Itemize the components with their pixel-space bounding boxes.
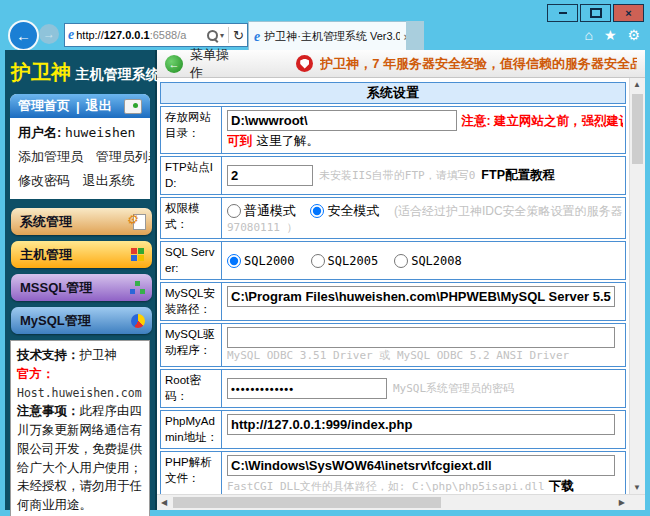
page-back-button[interactable]: ← bbox=[165, 55, 183, 73]
exit-system-link[interactable]: 退出系统 bbox=[83, 173, 135, 188]
field-label: 权限模式： bbox=[161, 198, 222, 238]
change-password-link[interactable]: 修改密码 bbox=[18, 173, 70, 188]
php-file-input[interactable] bbox=[227, 455, 615, 476]
ftp-tutorial-link[interactable]: FTP配置教程 bbox=[481, 167, 555, 184]
maximize-icon bbox=[590, 8, 602, 18]
sidebar-item-mssql[interactable]: MSSQL管理 bbox=[11, 274, 152, 301]
url-text[interactable]: http://127.0.0.1:6588/a bbox=[76, 29, 205, 41]
web-dir-warning: 注意: 建立网站之前，强烈建议您做好 bbox=[461, 114, 623, 128]
scroll-up-icon[interactable]: ▲ bbox=[633, 80, 641, 89]
sql2008-radio[interactable] bbox=[394, 254, 408, 268]
learn-more-link[interactable]: 这里了解。 bbox=[256, 134, 319, 148]
download-link[interactable]: 下载 bbox=[549, 479, 574, 493]
home-icon[interactable]: ⌂ bbox=[584, 27, 592, 43]
scroll-right-icon[interactable]: ▶ bbox=[619, 498, 625, 507]
notice-text: 此程序由四川万象更新网络通信有限公司开发，免费提供给广大个人用户使用；未经授权，… bbox=[17, 404, 142, 512]
safe-mode-radio[interactable] bbox=[310, 204, 324, 218]
ftp-id-input[interactable] bbox=[227, 165, 313, 186]
field-label: SQL Server: bbox=[161, 242, 222, 279]
form-row-mysql-path: MySQL安装路径： bbox=[160, 282, 626, 321]
refresh-icon[interactable]: ↻ bbox=[233, 28, 244, 43]
settings-gear-icon[interactable]: ⚙ bbox=[627, 27, 640, 43]
settings-form: 系统设置 存放网站目录： 注意: 建立网站之前，强烈建议您做好 可到 这里了解。… bbox=[157, 78, 629, 494]
username-value: huweishen bbox=[65, 125, 135, 140]
radio-label: 普通模式 bbox=[244, 203, 296, 218]
vertical-scrollbar[interactable]: ▲ ▼ bbox=[629, 78, 645, 494]
menu-operations-label[interactable]: 菜单操作 bbox=[190, 46, 237, 82]
scrollbar-thumb[interactable] bbox=[173, 497, 441, 508]
logout-link[interactable]: 退出 bbox=[86, 97, 112, 115]
form-row-php-file: PHP解析文件： FastCGI DLL文件的具体路径，如: C:\php\ph… bbox=[160, 451, 626, 494]
field-label: 存放网站目录： bbox=[161, 107, 222, 153]
info-box: 技术支持：护卫神 官方：Host.huweishen.com 注意事项：此程序由… bbox=[10, 340, 150, 516]
notice-label: 注意事项： bbox=[17, 404, 80, 418]
minimize-icon bbox=[559, 12, 567, 14]
form-row-ftp-id: FTP站点ID: 未安装IIS自带的FTP，请填写0 FTP配置教程 bbox=[160, 156, 626, 195]
add-admin-link[interactable]: 添加管理员 bbox=[18, 149, 83, 164]
browser-chrome: ← → e http://127.0.0.1:6588/a ▾ ↻ e 护卫神·… bbox=[8, 20, 642, 50]
window-controls: × bbox=[547, 4, 644, 22]
php-file-hint: FastCGI DLL文件的具体路径，如: C:\php\php5isapi.d… bbox=[227, 480, 545, 493]
tab-title: 护卫神·主机管理系统 Ver3.0 bbox=[264, 29, 399, 44]
brand-secondary: 主机管理系统 bbox=[75, 66, 159, 82]
menu-label: 主机管理 bbox=[20, 246, 72, 264]
menu-label: MySQL管理 bbox=[20, 312, 91, 330]
field-label: PhpMyAdmin地址： bbox=[161, 411, 222, 448]
official-site: Host.huweishen.com bbox=[17, 386, 142, 400]
mysql-path-input[interactable] bbox=[227, 286, 615, 307]
radio-label: SQL2005 bbox=[328, 254, 379, 268]
ftp-hint: 未安装IIS自带的FTP，请填写0 bbox=[319, 168, 475, 183]
back-arrow-icon: ← bbox=[169, 58, 180, 70]
separator: | bbox=[76, 99, 80, 114]
root-password-hint: MySQL系统管理员的密码 bbox=[393, 381, 514, 396]
sql2000-radio[interactable] bbox=[227, 254, 241, 268]
search-icon[interactable] bbox=[207, 30, 218, 41]
browser-back-button[interactable]: ← bbox=[8, 20, 39, 51]
tab-favicon: e bbox=[254, 29, 260, 45]
maximize-button[interactable] bbox=[580, 4, 611, 22]
sidebar-item-host[interactable]: 主机管理 bbox=[11, 241, 152, 268]
menubar: ← 菜单操作 护卫神，7 年服务器安全经验，值得信赖的服务器安全品牌。 bbox=[157, 50, 645, 78]
admin-list-link[interactable]: 管理员列表 bbox=[96, 149, 150, 164]
sidebar: 护卫神 主机管理系统 管理首页 | 退出 用户名: huweishen 添加管理… bbox=[5, 50, 157, 510]
pie-chart-icon bbox=[128, 312, 146, 329]
sql2005-radio[interactable] bbox=[311, 254, 325, 268]
warn-text: 可到 bbox=[227, 134, 252, 148]
radio-label: SQL2000 bbox=[244, 254, 295, 268]
address-bar[interactable]: e http://127.0.0.1:6588/a ▾ ↻ bbox=[64, 23, 248, 47]
close-button[interactable]: × bbox=[613, 4, 644, 22]
content: ← 菜单操作 护卫神，7 年服务器安全经验，值得信赖的服务器安全品牌。 系统设置… bbox=[157, 50, 645, 510]
horizontal-scrollbar[interactable]: ◀ ▶ bbox=[157, 494, 645, 510]
brand-primary: 护卫神 bbox=[11, 61, 71, 83]
home-link[interactable]: 管理首页 bbox=[18, 97, 70, 115]
sidebar-item-system[interactable]: 系统管理 ⚙ bbox=[11, 208, 152, 235]
minimize-button[interactable] bbox=[547, 4, 578, 22]
browser-tab[interactable]: e 护卫神·主机管理系统 Ver3.0 × bbox=[248, 21, 416, 51]
new-tab-button[interactable] bbox=[406, 21, 424, 50]
divider bbox=[228, 27, 229, 43]
mysql-driver-input[interactable] bbox=[227, 327, 615, 348]
normal-mode-radio[interactable] bbox=[227, 204, 241, 218]
field-label: MySQL驱动程序： bbox=[161, 324, 222, 366]
menu-label: 系统管理 bbox=[20, 213, 72, 231]
field-label: PHP解析文件： bbox=[161, 452, 222, 494]
scrollbar-thumb[interactable] bbox=[632, 94, 643, 164]
back-arrow-icon: ← bbox=[16, 27, 31, 44]
root-password-input[interactable] bbox=[227, 378, 387, 399]
favorites-star-icon[interactable]: ★ bbox=[604, 27, 617, 43]
perm-hint: (适合经过护卫神IDC安全策略设置的服务器， bbox=[394, 204, 623, 218]
sidebar-item-mysql[interactable]: MySQL管理 bbox=[11, 307, 152, 334]
close-icon: × bbox=[625, 7, 631, 19]
scroll-down-icon[interactable]: ▼ bbox=[633, 483, 641, 492]
scroll-left-icon[interactable]: ◀ bbox=[161, 498, 167, 507]
browser-forward-button[interactable]: → bbox=[39, 24, 59, 44]
forward-arrow-icon: → bbox=[43, 27, 55, 41]
chevron-down-icon[interactable]: ▾ bbox=[220, 31, 224, 40]
phpmyadmin-url-input[interactable] bbox=[227, 414, 615, 435]
shield-icon bbox=[296, 55, 313, 72]
account-card-icon bbox=[124, 99, 142, 114]
field-label: MySQL安装路径： bbox=[161, 283, 222, 320]
cubes-icon bbox=[128, 246, 146, 263]
form-row-permission-mode: 权限模式： 普通模式 安全模式 (适合经过护卫神IDC安全策略设置的服务器，详情… bbox=[160, 197, 626, 239]
web-dir-input[interactable] bbox=[227, 110, 457, 131]
